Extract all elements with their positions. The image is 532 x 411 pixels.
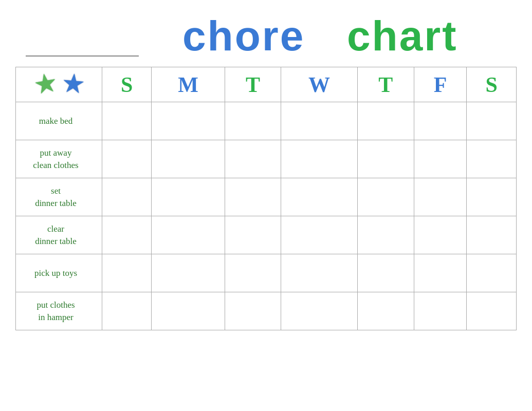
table-row: put awayclean clothes	[16, 140, 517, 178]
header: chore	[15, 10, 517, 62]
chore-cell	[102, 140, 152, 178]
chore-cell	[152, 216, 225, 254]
svg-point-5	[252, 12, 256, 16]
chore-cell	[102, 254, 152, 292]
table-row: pick up toys	[16, 254, 517, 292]
chore-cell	[152, 102, 225, 140]
svg-point-14	[362, 12, 366, 17]
svg-point-7	[265, 24, 269, 28]
chore-cell	[414, 178, 467, 216]
chore-cell	[102, 216, 152, 254]
chore-cell	[467, 292, 517, 330]
svg-point-8	[281, 18, 285, 23]
svg-point-0	[190, 17, 194, 22]
svg-point-12	[313, 29, 317, 33]
chore-cell	[152, 178, 225, 216]
svg-point-17	[392, 20, 397, 24]
table-row: put clothesin hamper	[16, 292, 517, 330]
day-header-sunday: S	[102, 67, 152, 102]
svg-point-2	[207, 15, 211, 20]
chore-label-put-away-clothes: put awayclean clothes	[16, 140, 102, 178]
chore-table: ★ ★ S M T W T F S make bed	[15, 67, 517, 330]
chore-cell	[152, 254, 225, 292]
chore-cell	[281, 102, 358, 140]
chore-cell	[281, 178, 358, 216]
chore-cell	[225, 178, 281, 216]
chore-cell	[358, 140, 414, 178]
chore-label-put-clothes-hamper: put clothesin hamper	[16, 292, 102, 330]
svg-point-13	[354, 15, 358, 20]
svg-point-22	[462, 12, 467, 17]
chore-cell	[225, 254, 281, 292]
svg-point-4	[231, 21, 235, 25]
day-header-tuesday: T	[225, 67, 281, 102]
chore-cell	[414, 254, 467, 292]
chore-cell	[281, 216, 358, 254]
title-chore-text: chore	[182, 12, 305, 57]
chore-cell	[281, 254, 358, 292]
name-line	[26, 55, 139, 57]
svg-point-19	[418, 15, 423, 20]
svg-point-10	[304, 20, 308, 24]
chore-cell	[102, 102, 152, 140]
svg-point-9	[288, 15, 292, 20]
table-row: cleardinner table	[16, 216, 517, 254]
chore-label-pick-up-toys: pick up toys	[16, 254, 102, 292]
chore-cell	[467, 254, 517, 292]
page: chore	[0, 0, 532, 411]
svg-point-18	[411, 20, 415, 24]
chore-cell	[467, 178, 517, 216]
chore-cell	[414, 292, 467, 330]
svg-point-21	[441, 15, 445, 20]
stars-cell: ★ ★	[16, 67, 102, 102]
chore-cell	[281, 292, 358, 330]
chore-cell	[358, 216, 414, 254]
day-header-saturday: S	[467, 67, 517, 102]
chore-cell	[358, 102, 414, 140]
svg-point-16	[383, 13, 388, 18]
chore-cell	[102, 178, 152, 216]
chore-cell	[152, 140, 225, 178]
chore-label-set-dinner-table: setdinner table	[16, 178, 102, 216]
svg-point-1	[198, 13, 203, 17]
chore-cell	[225, 140, 281, 178]
day-header-friday: F	[414, 67, 467, 102]
svg-point-11	[312, 14, 316, 18]
svg-point-3	[223, 14, 227, 18]
chore-cell	[281, 140, 358, 178]
svg-point-20	[433, 20, 438, 24]
chore-cell	[414, 216, 467, 254]
table-header-row: ★ ★ S M T W T F S	[16, 67, 517, 102]
chore-label-clear-dinner-table: cleardinner table	[16, 216, 102, 254]
day-header-thursday: T	[358, 67, 414, 102]
chore-cell	[414, 140, 467, 178]
svg-point-25	[469, 39, 474, 44]
title-svg: chore	[182, 10, 511, 57]
chore-cell	[358, 254, 414, 292]
blue-star: ★	[62, 72, 84, 97]
svg-point-23	[469, 10, 474, 14]
chore-cell	[467, 216, 517, 254]
table-row: make bed	[16, 102, 517, 140]
chore-cell	[225, 102, 281, 140]
table-row: setdinner table	[16, 178, 517, 216]
chore-cell	[102, 292, 152, 330]
svg-point-6	[262, 16, 266, 20]
day-header-monday: M	[152, 67, 225, 102]
chore-cell	[414, 102, 467, 140]
chore-cell	[152, 292, 225, 330]
chore-cell	[467, 140, 517, 178]
chore-cell	[467, 102, 517, 140]
chore-label-make-bed: make bed	[16, 102, 102, 140]
chore-cell	[358, 178, 414, 216]
day-header-wednesday: W	[281, 67, 358, 102]
chore-cell	[225, 292, 281, 330]
svg-point-24	[476, 12, 481, 17]
svg-point-15	[370, 15, 375, 20]
green-star: ★	[33, 71, 57, 97]
chore-cell	[358, 292, 414, 330]
chore-cell	[225, 216, 281, 254]
title-container: chore	[15, 10, 517, 59]
